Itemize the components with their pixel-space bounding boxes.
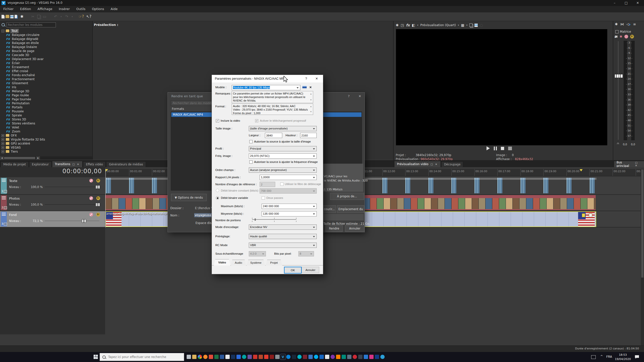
menu-item[interactable]: Options <box>89 6 107 12</box>
transition-item[interactable]: FX Cascade 3D <box>0 53 92 57</box>
taskbar-app-icon[interactable] <box>353 355 357 359</box>
tab-video[interactable]: Vidéo <box>214 259 230 265</box>
toolbar-icon[interactable]: ✱ <box>19 13 25 20</box>
track-menu-icon[interactable] <box>2 179 6 182</box>
track-header-texte[interactable]: 1 Texte S! Niveau : 100,0 % <box>0 177 105 195</box>
help-icon[interactable]: ? <box>348 94 350 98</box>
slider-handle[interactable] <box>96 203 100 206</box>
transition-item[interactable]: FX Permutation <box>0 101 92 105</box>
level-value[interactable]: 100,0 % <box>28 203 43 206</box>
taskbar-search[interactable] <box>100 353 184 361</box>
scroll-up-icon[interactable]: ▲ <box>309 105 312 108</box>
dock-tab[interactable]: Effets vidéo□ ✕ <box>83 161 106 167</box>
menu-item[interactable]: Affichage <box>34 6 56 12</box>
taskbar-app-icon[interactable] <box>242 355 246 359</box>
taskbar-search-input[interactable] <box>108 355 179 359</box>
transition-item[interactable]: FX Page tournée <box>0 97 92 101</box>
expand-icon[interactable]: + <box>2 150 4 153</box>
taskbar-app-icon[interactable] <box>319 355 324 359</box>
taskbar-app-icon[interactable]: V <box>281 355 285 359</box>
transition-item[interactable]: FX Balayage dégradé <box>0 37 92 41</box>
tab-window-icons[interactable]: □ ✕ <box>430 163 438 166</box>
pixel-aspect-combo[interactable]: 1,0000 <box>260 175 317 180</box>
tab-audio[interactable]: Audio <box>231 260 246 265</box>
tree-folder-row[interactable]: + Tiers <box>0 150 92 154</box>
taskbar-app-icon[interactable] <box>342 355 346 359</box>
taskbar-app-icon[interactable] <box>336 355 340 359</box>
transition-item[interactable]: FX Déplacement 3D avar <box>0 57 92 61</box>
slider-handle[interactable] <box>96 185 100 189</box>
maximize-button[interactable]: □ <box>620 0 632 6</box>
vbr-radio[interactable] <box>216 196 219 200</box>
dock-tab[interactable]: Générateurs de médias□ ✕ <box>106 161 146 167</box>
model-combo[interactable]: Youtube 4K 30 fps 135 Mbps <box>232 85 300 90</box>
toolbar-icon[interactable]: ↖? <box>86 13 92 20</box>
expand-icon[interactable]: + <box>2 146 4 149</box>
scroll-thumb[interactable] <box>4 157 35 159</box>
speaker-icon[interactable]: ◁▼ <box>626 22 631 26</box>
taskbar-app-icon[interactable] <box>325 355 329 359</box>
taskbar-app-icon[interactable] <box>380 355 385 359</box>
level-value[interactable]: 72,1 % <box>28 219 43 223</box>
tree-folder-row[interactable]: + OFX <box>0 133 92 138</box>
taskbar-app-icon[interactable] <box>286 355 291 359</box>
toolbar-icon[interactable] <box>15 15 18 19</box>
transition-item[interactable]: FX Fractionnement <box>0 77 92 81</box>
scroll-thumb[interactable] <box>641 169 643 278</box>
taskbar-app-icon[interactable] <box>236 355 241 359</box>
pause-icon[interactable] <box>494 147 497 150</box>
mixer-views-icon[interactable]: ≡ <box>633 22 636 26</box>
taskbar-app-icon[interactable] <box>220 355 224 359</box>
scroll-down-icon[interactable]: ▼ <box>309 110 312 114</box>
menu-item[interactable]: Outils <box>73 6 89 12</box>
transition-item[interactable]: FX Glissement <box>0 81 92 85</box>
scroll-down-icon[interactable]: ▼ <box>309 98 312 102</box>
menu-item[interactable]: Insérer <box>56 6 73 12</box>
mixer-settings-icon[interactable]: ✱ <box>615 22 618 26</box>
location-button[interactable]: Emplacement du <box>337 205 364 213</box>
menu-item[interactable]: Edition <box>17 6 34 12</box>
cancel-button[interactable]: Annuler <box>302 267 319 273</box>
max-bitrate-combo[interactable]: 240 000 000 <box>262 204 317 209</box>
toolbar-icon[interactable] <box>10 15 14 18</box>
transition-item[interactable]: FX Mélange 3D <box>0 89 92 93</box>
split-screen-icon[interactable]: ◧ <box>412 23 415 27</box>
track-color-strip[interactable]: 3 <box>1 212 7 227</box>
avg-bitrate-combo[interactable]: 135 000 000 <box>262 211 317 216</box>
loop-region-marker[interactable] <box>106 169 108 172</box>
toolbar-icon[interactable] <box>6 15 9 18</box>
tab-systeme[interactable]: Système <box>247 260 265 265</box>
taskbar-app-icon[interactable] <box>275 355 279 359</box>
name-value[interactable]: voyageusa (2 <box>194 213 213 217</box>
taskbar-app-icon[interactable] <box>331 355 335 359</box>
taskbar-app-icon[interactable] <box>364 355 368 359</box>
language-indicator[interactable]: FRA <box>606 355 612 358</box>
ok-button[interactable]: OK <box>284 267 302 274</box>
mute-icon[interactable] <box>89 213 93 216</box>
mute-icon[interactable] <box>624 35 628 38</box>
grid-overlay-icon[interactable]: ▦ <box>461 23 464 27</box>
taskbar-app-icon[interactable] <box>259 355 263 359</box>
menu-item[interactable]: Aide <box>107 6 121 12</box>
track-name[interactable]: Texte <box>9 179 17 183</box>
level-slider[interactable] <box>45 187 99 187</box>
transition-item[interactable]: FX Iris <box>0 85 92 89</box>
toolbar-icon[interactable]: ▾ <box>60 13 62 20</box>
slices-slider[interactable] <box>252 218 296 221</box>
solo-icon[interactable]: S! <box>96 213 100 216</box>
adjust-framerate-checkbox[interactable] <box>249 160 253 164</box>
save-template-icon[interactable] <box>302 85 307 89</box>
fader-handle[interactable] <box>619 74 623 78</box>
dock-tab[interactable]: Explorateur□ ✕ <box>29 161 52 167</box>
track-name[interactable]: Fond <box>9 213 17 217</box>
taskbar-app-icon[interactable] <box>314 355 318 359</box>
stop-icon[interactable] <box>501 147 504 150</box>
encode-mode-combo[interactable]: Encodeur NV <box>249 224 317 230</box>
mute-icon[interactable] <box>89 179 93 183</box>
tree-root-label[interactable]: Tout <box>11 29 18 33</box>
rc-mode-combo[interactable]: VBR <box>249 243 317 248</box>
track-menu-icon[interactable] <box>2 196 6 199</box>
taskbar-app-icon[interactable] <box>248 355 252 359</box>
toolbar-icon[interactable] <box>37 15 40 18</box>
transition-item[interactable]: FX Effet croisé <box>0 69 92 73</box>
